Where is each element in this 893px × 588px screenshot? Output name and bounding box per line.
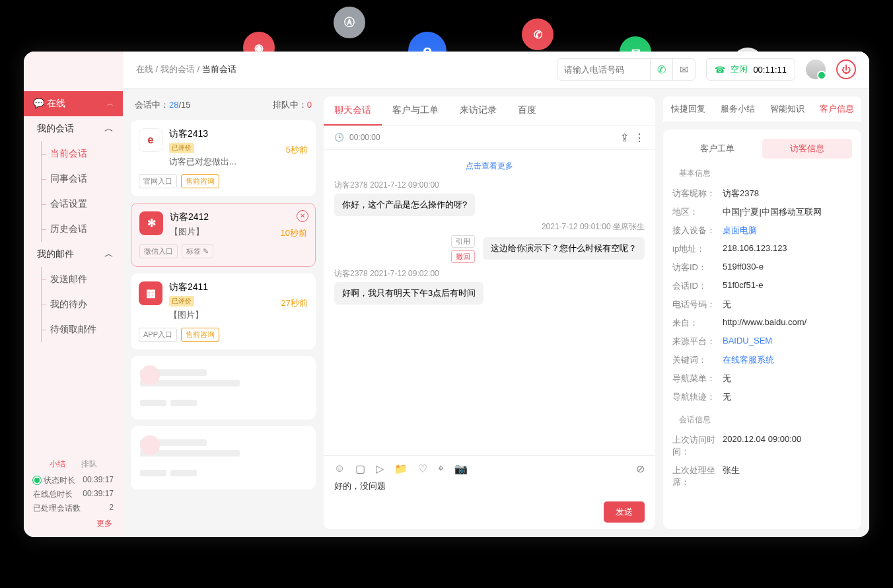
footer-tab-summary[interactable]: 小结 [50,459,65,470]
subtab-ticket[interactable]: 客户工单 [672,139,762,159]
info-top-tabs: 快捷回复 服务小结 智能知识 客户信息 [663,96,861,122]
visitor-name: 访客2411 [169,281,208,293]
nav-send-mail[interactable]: 发送邮件 [24,267,123,292]
tab-chat[interactable]: 聊天会话 [324,96,382,126]
quote-button[interactable]: 引用 [451,235,475,248]
tab-visit-log[interactable]: 来访记录 [449,96,507,126]
tab-baidu[interactable]: 百度 [507,96,547,126]
nav-pending-mail[interactable]: 待领取邮件 [24,317,123,342]
emoji-icon[interactable]: ☺ [334,462,345,474]
nav-my-mail[interactable]: 我的邮件︿ [24,242,123,267]
channel-ie-icon: e [139,128,162,152]
nav-my-todo[interactable]: 我的待办 [24,292,123,317]
info-panel: 客户工单 访客信息 基本信息 访客昵称：访客2378地区：中国|宁夏|中国移动互… [663,129,861,529]
send-button[interactable]: 发送 [604,501,645,523]
folder-icon[interactable]: 📁 [394,462,408,475]
skeleton-card [131,426,316,490]
recall-button[interactable]: 撤回 [451,250,475,263]
chevron-up-icon: ︿ [104,248,114,260]
breadcrumb: 在线 / 我的会话 / 当前会话 [136,63,236,75]
phone-input-group: ✆ ✉ [557,58,696,81]
info-field: 导航轨迹：无 [672,388,852,406]
tab-service-summary[interactable]: 服务小结 [713,96,762,122]
sidebar-footer: 小结 排队 状态时长00:39:17 在线总时长00:39:17 已处理会话数2… [24,449,123,537]
location-icon[interactable]: ⌖ [438,462,444,474]
info-field: 来自：http://www.baidu.com/ [672,314,852,332]
section-basic-title: 基本信息 [672,168,852,179]
info-field: 访客昵称：访客2378 [672,184,852,203]
message-bubble: 你好，这个产品是怎么操作的呀? [334,194,475,216]
chat-toolbar: 🕒 00:00:00 ⇪ ⋮ [324,126,655,150]
phone-channel-icon: ✆ [522,18,554,50]
info-field: 电话号码：无 [672,295,852,314]
power-button[interactable]: ⏻ [836,59,856,79]
skeleton-card [131,356,316,420]
message-preview: 【图片】 [170,226,209,238]
message-preview: 【图片】 [169,309,208,321]
message-bubble: 好啊，我只有明天下午3点后有时间 [334,282,483,305]
image-icon[interactable]: ▢ [355,462,365,475]
nav-colleague-session[interactable]: 同事会话 [24,166,123,192]
chat-textarea[interactable]: 好的，没问题 [334,475,645,501]
status-timer: 00:11:11 [753,65,787,75]
app-window: 💬 在线︿ 我的会话︿ 当前会话 同事会话 会话设置 历史会话 我的邮件︿ 发送… [24,52,869,537]
close-card-button[interactable]: ✕ [297,210,308,222]
more-icon[interactable]: ⋮ [634,131,645,144]
message-meta: 访客2378 2021-7-12 09:02:00 [334,268,645,279]
nav-current-session[interactable]: 当前会话 [24,141,123,166]
tab-knowledge[interactable]: 智能知识 [762,96,812,122]
chevron-up-icon: ︿ [104,123,114,135]
load-more-link[interactable]: 点击查看更多 [334,161,645,172]
clear-icon[interactable]: ⊘ [636,462,645,475]
message-meta: 访客2378 2021-7-12 09:00:00 [334,180,645,191]
appstore-icon: Ⓐ [334,7,365,38]
footer-tab-queue[interactable]: 排队 [81,459,97,470]
conversation-list: 会话中：28/15 排队中：0 e 访客2413 已评价 访客已对您做出... … [131,96,316,529]
camera-icon[interactable]: 📷 [454,462,468,475]
tab-quick-reply[interactable]: 快捷回复 [663,96,713,122]
time-ago: 27秒前 [281,297,308,309]
chat-input-area: ☺ ▢ ▷ 📁 ♡ ⌖ 📷 ⊘ 好的，没问题 发送 [324,455,655,529]
edit-tag[interactable]: 标签 ✎ [182,244,213,258]
clock-icon: 🕒 [334,133,344,142]
avatar[interactable] [806,59,826,79]
conversation-card[interactable]: e 访客2413 已评价 访客已对您做出... 5秒前 官网入口 售前咨询 [131,120,316,196]
heart-icon[interactable]: ♡ [418,462,427,475]
sidebar: 💬 在线︿ 我的会话︿ 当前会话 同事会话 会话设置 历史会话 我的邮件︿ 发送… [24,52,123,537]
message-bubble: 这边给你演示下？您什么时候有空呢？ [483,237,645,260]
chat-body: 点击查看更多 访客2378 2021-7-12 09:00:00 你好，这个产品… [324,150,655,455]
subtab-visitor-info[interactable]: 访客信息 [762,139,852,159]
list-header: 会话中：28/15 排队中：0 [131,96,316,114]
phone-input[interactable] [557,65,650,75]
info-field: 上次访问时间：2020.12.04 09:00:00 [672,431,852,461]
category-tag: 售前咨询 [181,174,219,188]
online-dot-icon [33,476,41,484]
source-tag: 微信入口 [139,244,178,258]
conversation-card[interactable]: ▦ 访客2411 已评价 【图片】 27秒前 APP入口 售前咨询 [131,274,316,349]
info-field: 关键词：在线客服系统 [672,351,852,369]
tab-customer-info[interactable]: 客户信息 [812,96,861,122]
visitor-name: 访客2412 [170,211,209,223]
conversation-card[interactable]: ✕ ✻ 访客2412 【图片】 10秒前 微信入口 标签 ✎ [131,203,316,267]
tab-customer-ticket[interactable]: 客户与工单 [382,96,449,126]
info-field: 导航菜单：无 [672,369,852,388]
mail-button[interactable]: ✉ [672,58,695,81]
footer-more-link[interactable]: 更多 [29,515,118,532]
call-button[interactable]: ✆ [650,58,672,81]
info-field: 来源平台：BAIDU_SEM [672,332,852,351]
message-meta: 2021-7-12 09:01:00 坐席张生 [334,221,645,233]
agent-status[interactable]: ☎ 空闲 00:11:11 [706,58,795,81]
chat-tabs: 聊天会话 客户与工单 来访记录 百度 [324,96,655,126]
time-ago: 5秒前 [286,144,308,156]
info-field: 会话ID：51f0cf51-e [672,277,852,295]
nav-my-sessions[interactable]: 我的会话︿ [24,116,123,141]
visitor-name: 访客2413 [169,128,236,140]
channel-wechat-icon: ✻ [139,211,163,235]
phone-status-icon: ☎ [715,65,725,75]
nav-history-session[interactable]: 历史会话 [24,217,123,242]
video-icon[interactable]: ▷ [376,462,384,475]
time-ago: 10秒前 [281,227,307,239]
export-icon[interactable]: ⇪ [620,131,629,144]
nav-online-header[interactable]: 💬 在线︿ [24,91,123,116]
nav-session-settings[interactable]: 会话设置 [24,192,123,217]
